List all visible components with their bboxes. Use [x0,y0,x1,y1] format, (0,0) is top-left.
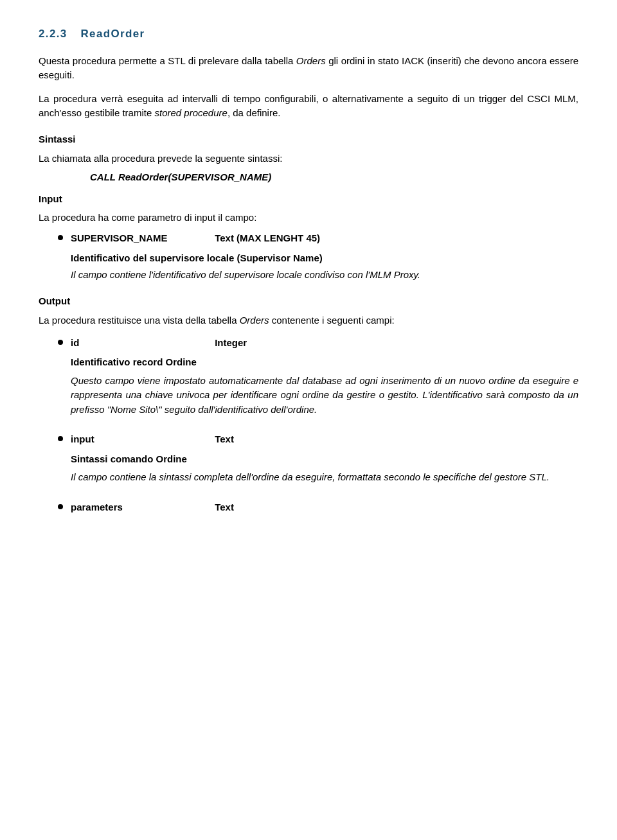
output-field-type-parameters: Text [215,500,234,515]
sintassi-heading: Sintassi [39,132,578,147]
input-field-name-0: SUPERVISOR_NAME [71,231,212,246]
output-field-description-input: Il campo contiene la sintassi completa d… [71,470,578,485]
output-field-type-input: Text [215,432,234,447]
output-field-name-id: id [71,336,212,351]
output-field-row-parameters: parameters Text [58,500,578,515]
output-intro: La procedura restituisce una vista della… [39,313,578,328]
call-syntax: CALL ReadOrder(SUPERVISOR_NAME) [90,170,578,185]
output-fields-list: id Integer Identificativo record Ordine … [58,336,578,515]
input-field-type-0: Text (MAX LENGHT 45) [215,231,320,246]
bullet-dot [58,235,63,240]
input-field-row-0: SUPERVISOR_NAME Text (MAX LENGHT 45) Ide… [58,231,578,283]
intro-paragraph: Questa procedura permette a STL di prele… [39,54,578,83]
input-field-description-0: Il campo contiene l'identificativo del s… [71,268,578,283]
section-number: 2.2.3 [39,28,67,40]
input-fields-list: SUPERVISOR_NAME Text (MAX LENGHT 45) Ide… [58,231,578,283]
input-field-label-0: Identificativo del supervisore locale (S… [71,251,578,266]
output-heading: Output [39,294,578,309]
output-field-name-parameters: parameters [71,500,212,515]
bullet-dot-parameters [58,504,63,509]
output-field-content-input: input Text Sintassi comando Ordine Il ca… [71,432,578,485]
output-field-type-id: Integer [215,336,247,351]
bullet-dot-id [58,340,63,345]
output-field-row-id: id Integer Identificativo record Ordine … [58,336,578,417]
output-field-description-id: Questo campo viene impostato automaticam… [71,374,578,417]
output-field-row-input: input Text Sintassi comando Ordine Il ca… [58,432,578,485]
output-field-label-input: Sintassi comando Ordine [71,452,578,467]
input-field-content-0: SUPERVISOR_NAME Text (MAX LENGHT 45) Ide… [71,231,578,283]
section-heading: 2.2.3 ReadOrder [39,26,578,42]
output-field-content-parameters: parameters Text [71,500,578,515]
sintassi-intro: La chiamata alla procedura prevede la se… [39,152,578,166]
input-heading: Input [39,192,578,207]
bullet-dot-input [58,436,63,441]
output-field-content-id: id Integer Identificativo record Ordine … [71,336,578,417]
input-intro: La procedura ha come parametro di input … [39,211,578,225]
output-field-label-id: Identificativo record Ordine [71,355,578,370]
procedure-description: La procedura verrà eseguita ad intervall… [39,92,578,121]
section-title: ReadOrder [80,28,145,40]
output-field-name-input: input [71,432,212,447]
section-title-space [70,28,78,39]
